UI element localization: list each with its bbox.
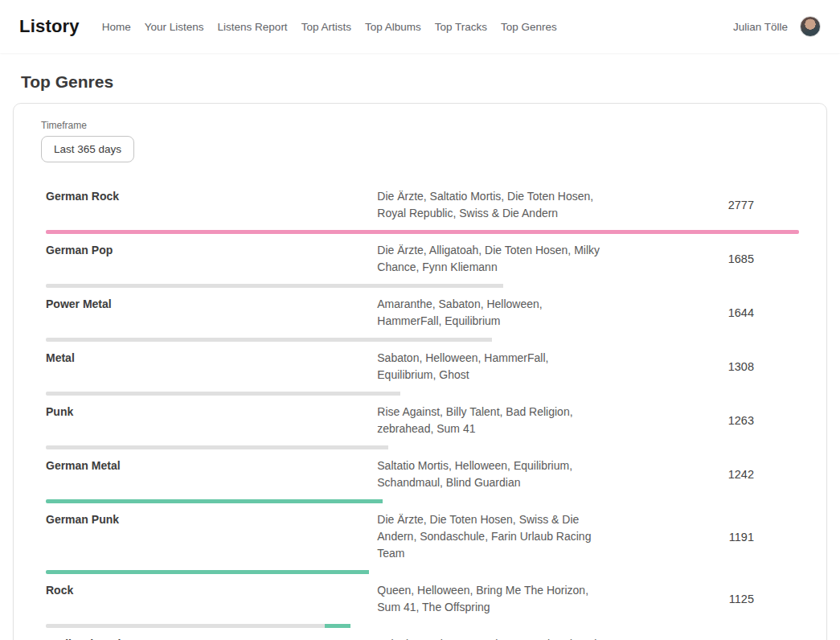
- timeframe-control: Timeframe Last 365 days: [30, 120, 810, 162]
- nav-item-your-listens[interactable]: Your Listens: [145, 21, 204, 33]
- genre-name: German Pop: [46, 242, 377, 256]
- genre-artists: Queen, Helloween, Bring Me The Horizon, …: [377, 582, 614, 616]
- genre-bar-segment: [46, 570, 369, 574]
- nav-item-top-artists[interactable]: Top Artists: [301, 21, 351, 33]
- genre-name: Metal: [46, 350, 377, 364]
- genre-count: 1242: [728, 468, 799, 481]
- genre-artists: Rise Against, Billy Talent, Bad Religion…: [377, 404, 614, 437]
- genre-name: German Rock: [46, 188, 377, 203]
- genre-name: Power Metal: [46, 296, 377, 310]
- top-genres-card: Timeframe Last 365 days German RockDie Ä…: [13, 103, 827, 640]
- genre-row: Medieval RockSaltatio Mortis, Feuerschwa…: [30, 628, 810, 640]
- genre-bar-segment: [46, 624, 325, 628]
- genre-row: MetalSabaton, Helloween, HammerFall, Equ…: [30, 342, 810, 396]
- top-nav: Listory Home Your Listens Listens Report…: [0, 0, 840, 53]
- genre-count: 1263: [728, 414, 799, 427]
- genre-artists: Die Ärzte, Saltatio Mortis, Die Toten Ho…: [377, 188, 614, 222]
- nav-item-top-genres[interactable]: Top Genres: [501, 21, 557, 33]
- genre-bar-segment: [46, 338, 492, 342]
- genre-artists: Sabaton, Helloween, HammerFall, Equilibr…: [377, 350, 614, 384]
- genre-artists: Saltatio Mortis, Helloween, Equilibrium,…: [377, 457, 614, 491]
- genre-bar-segment: [46, 284, 503, 288]
- nav-item-home[interactable]: Home: [102, 21, 131, 33]
- main-nav: Home Your Listens Listens Report Top Art…: [102, 21, 557, 33]
- genre-row-content: RockQueen, Helloween, Bring Me The Horiz…: [46, 582, 799, 616]
- genre-bar-segment: [46, 230, 799, 234]
- genre-count: 1644: [728, 306, 799, 319]
- genre-row: PunkRise Against, Billy Talent, Bad Reli…: [30, 396, 810, 449]
- genre-count: 2777: [728, 199, 799, 211]
- timeframe-label: Timeframe: [41, 120, 810, 131]
- genre-row-content: German PopDie Ärzte, Alligatoah, Die Tot…: [46, 242, 799, 276]
- genre-row: German PunkDie Ärzte, Die Toten Hosen, S…: [30, 503, 810, 574]
- genre-artists: Die Ärzte, Alligatoah, Die Toten Hosen, …: [377, 242, 614, 276]
- genre-row-content: German RockDie Ärzte, Saltatio Mortis, D…: [46, 188, 799, 222]
- nav-item-top-albums[interactable]: Top Albums: [365, 21, 421, 33]
- genre-row-content: Power MetalAmaranthe, Sabaton, Helloween…: [46, 296, 799, 330]
- genre-bar-segment: [46, 392, 400, 396]
- genre-row: German PopDie Ärzte, Alligatoah, Die Tot…: [30, 234, 810, 288]
- genre-row-content: Medieval RockSaltatio Mortis, Feuerschwa…: [46, 636, 799, 640]
- genre-name: Medieval Rock: [46, 636, 377, 640]
- genre-artists: Amaranthe, Sabaton, Helloween, HammerFal…: [377, 296, 614, 330]
- user-name: Julian Tölle: [733, 21, 788, 33]
- page-content: Top Genres Timeframe Last 365 days Germa…: [0, 72, 840, 640]
- genre-row: RockQueen, Helloween, Bring Me The Horiz…: [30, 574, 810, 628]
- user-menu[interactable]: Julian Tölle: [733, 16, 821, 37]
- genre-name: German Punk: [46, 511, 377, 526]
- nav-item-listens-report[interactable]: Listens Report: [218, 21, 288, 33]
- timeframe-select[interactable]: Last 365 days: [41, 136, 134, 162]
- genre-name: German Metal: [46, 457, 377, 472]
- app-logo[interactable]: Listory: [19, 16, 80, 37]
- user-avatar[interactable]: [800, 16, 821, 37]
- genre-bar-segment: [325, 624, 351, 628]
- genre-count: 1191: [729, 531, 799, 544]
- genre-artists: Die Ärzte, Die Toten Hosen, Swiss & Die …: [377, 511, 614, 562]
- genre-row: German RockDie Ärzte, Saltatio Mortis, D…: [30, 180, 810, 234]
- genre-bar: [46, 230, 799, 234]
- genre-artists: Saltatio Mortis, Feuerschwanz, Schandmau…: [377, 636, 614, 640]
- genre-count: 1125: [729, 593, 799, 605]
- genre-row-content: PunkRise Against, Billy Talent, Bad Reli…: [46, 404, 799, 437]
- genre-name: Punk: [46, 404, 377, 418]
- genre-name: Rock: [46, 582, 377, 597]
- genre-row-content: German PunkDie Ärzte, Die Toten Hosen, S…: [46, 511, 799, 562]
- genre-row-content: German MetalSaltatio Mortis, Helloween, …: [46, 457, 799, 491]
- genre-bar-segment: [46, 445, 388, 449]
- page-title: Top Genres: [21, 72, 819, 92]
- genre-bar-segment: [46, 499, 383, 503]
- genre-count: 1685: [728, 252, 799, 265]
- genre-table: German RockDie Ärzte, Saltatio Mortis, D…: [30, 180, 810, 640]
- genre-row-content: MetalSabaton, Helloween, HammerFall, Equ…: [46, 350, 799, 384]
- nav-item-top-tracks[interactable]: Top Tracks: [435, 21, 487, 33]
- genre-count: 1308: [728, 360, 799, 373]
- genre-row: Power MetalAmaranthe, Sabaton, Helloween…: [30, 288, 810, 342]
- genre-row: German MetalSaltatio Mortis, Helloween, …: [30, 449, 810, 503]
